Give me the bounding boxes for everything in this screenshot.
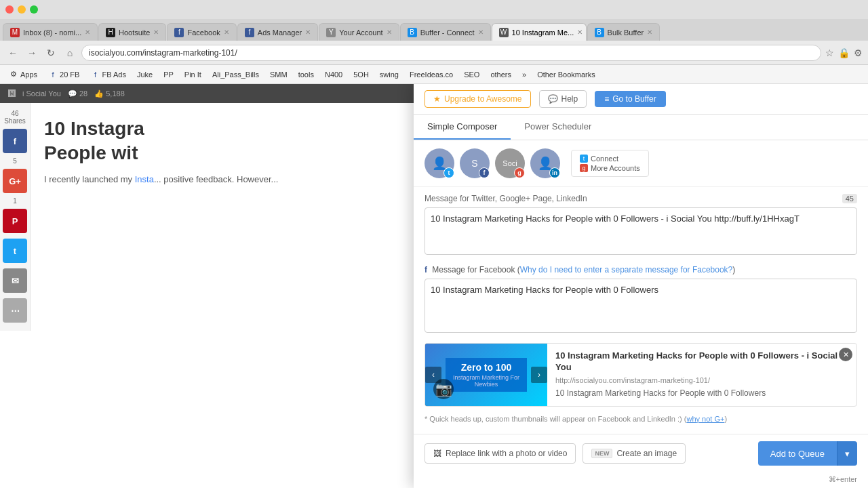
more-accounts-label: More Accounts <box>591 164 640 172</box>
tab-facebook[interactable]: f Facebook ✕ <box>167 23 236 41</box>
fb-why-link[interactable]: Why do I need to enter a separate messag… <box>520 265 733 274</box>
fb-message-section: f Message for Facebook (Why do I need to… <box>414 261 868 339</box>
address-bar[interactable]: isocialyou.com/instagram-marketing-101/ <box>81 45 821 61</box>
queue-dropdown-button[interactable]: ▾ <box>837 441 857 466</box>
upgrade-button[interactable]: ★ Upgrade to Awesome <box>425 90 531 108</box>
more-share-btn[interactable]: ⋯ <box>3 298 27 323</box>
connect-accounts-button[interactable]: t Connect g More Accounts <box>571 150 649 177</box>
bookmark-20fb[interactable]: f 20 FB <box>45 68 83 81</box>
your-account-favicon: Y <box>326 28 336 37</box>
bookmark-5oh[interactable]: 5OH <box>350 69 372 80</box>
buffer-connect-favicon: B <box>408 28 417 37</box>
tab-bulk-buffer[interactable]: B Bulk Buffer ✕ <box>587 23 660 41</box>
replace-link-button[interactable]: 🖼 Replace link with a photo or video <box>425 443 576 464</box>
tab-gmail-close[interactable]: ✕ <box>85 28 90 36</box>
extension-icon2[interactable]: ⚙ <box>854 47 863 58</box>
preview-prev-btn[interactable]: ‹ <box>425 367 441 383</box>
forward-button[interactable]: → <box>24 45 39 60</box>
bookmark-swing[interactable]: swing <box>376 69 402 80</box>
bookmark-icon[interactable]: ☆ <box>825 47 834 58</box>
bookmark-ali[interactable]: Ali_Pass_Bills <box>209 69 262 80</box>
tab-buffer-connect[interactable]: B Buffer - Connect ✕ <box>400 23 491 41</box>
bookmark-tools-label: tools <box>298 70 314 79</box>
replace-label: Replace link with a photo or video <box>446 449 567 458</box>
tab-bar: M Inbox (8) - nomi... ✕ H Hootsuite ✕ f … <box>0 19 868 41</box>
add-to-queue-group: Add to Queue ▾ <box>758 441 857 466</box>
add-queue-label: Add to Queue <box>770 449 825 459</box>
pinterest-share-btn[interactable]: P <box>3 209 27 233</box>
tab-hootsuite[interactable]: H Hootsuite ✕ <box>98 23 166 41</box>
tab-instagram-close[interactable]: ✕ <box>577 28 583 36</box>
bookmark-tools[interactable]: tools <box>295 69 317 80</box>
bookmark-smm[interactable]: SMM <box>267 69 291 80</box>
bookmark-smm-label: SMM <box>270 70 288 79</box>
new-badge: NEW <box>591 449 612 458</box>
gplus-share-btn[interactable]: G+ <box>3 169 27 193</box>
go-to-buffer-button[interactable]: ≡ Go to Buffer <box>595 91 666 107</box>
why-not-gplus-link[interactable]: why not G+ <box>686 415 724 423</box>
message-label-text: Message for Twitter, Google+ Page, Linke… <box>425 194 587 203</box>
email-share-btn[interactable]: ✉ <box>3 268 27 293</box>
facebook-share-btn[interactable]: f <box>3 129 27 153</box>
tab-gmail[interactable]: M Inbox (8) - nomi... ✕ <box>3 23 98 41</box>
tab-your-account-close[interactable]: ✕ <box>387 28 392 36</box>
fb-message-textarea[interactable]: 10 Instagram Marketing Hacks for People … <box>425 279 857 333</box>
tab-hootsuite-close[interactable]: ✕ <box>153 28 159 36</box>
fb-avatar-img: S <box>471 158 477 169</box>
preview-image-container: Zero to 100 Instagram Marketing For Newb… <box>425 344 547 406</box>
buffer-top-bar: ★ Upgrade to Awesome 💬 Help ≡ Go to Buff… <box>414 84 868 115</box>
maximize-window-btn[interactable] <box>30 5 38 14</box>
tab-buffer-connect-close[interactable]: ✕ <box>478 28 484 36</box>
tab-your-account[interactable]: Y Your Account ✕ <box>319 23 399 41</box>
twitter-share-btn[interactable]: t <box>3 239 27 263</box>
account-social2[interactable]: Soci g <box>495 148 525 178</box>
bookmark-n400[interactable]: N400 <box>321 69 346 80</box>
message-textarea[interactable]: 10 Instagram Marketing Hacks for People … <box>425 207 857 255</box>
tab-facebook-close[interactable]: ✕ <box>224 28 229 36</box>
wp-logo: 🆆 <box>8 89 16 98</box>
keyboard-hint-area: ⌘+enter <box>414 472 868 488</box>
bookmark-more[interactable]: » <box>519 69 530 80</box>
chevron-down-icon: ▾ <box>845 449 850 459</box>
account-fb-page[interactable]: S f <box>460 148 490 178</box>
bookmark-juke[interactable]: Juke <box>134 69 156 80</box>
bookmark-other-bookmarks[interactable]: Other Bookmarks <box>534 69 599 80</box>
help-button[interactable]: 💬 Help <box>539 90 587 108</box>
gmail-favicon: M <box>10 28 20 37</box>
tab-instagram[interactable]: W 10 Instagram Me... ✕ <box>492 23 587 41</box>
bookmark-seo[interactable]: SEO <box>460 69 483 80</box>
bookmark-swing-label: swing <box>380 70 399 79</box>
tab-simple-composer[interactable]: Simple Composer <box>414 115 511 140</box>
bookmark-ali-label: Ali_Pass_Bills <box>212 70 259 79</box>
add-to-queue-button[interactable]: Add to Queue <box>758 441 837 466</box>
create-image-button[interactable]: NEW Create an image <box>583 443 686 464</box>
home-button[interactable]: ⌂ <box>62 45 77 60</box>
ads-manager-favicon: f <box>245 28 254 37</box>
content-area: 🆆 i Social You 💬 28 👍 5,188 46 Shares f … <box>0 84 868 488</box>
minimize-window-btn[interactable] <box>18 5 26 14</box>
preview-next-btn[interactable]: › <box>531 367 547 383</box>
account-linkedin[interactable]: 👤 in <box>530 148 560 178</box>
preview-close-btn[interactable]: ✕ <box>839 348 852 361</box>
tab-bulk-buffer-close[interactable]: ✕ <box>647 28 652 36</box>
account-twitter[interactable]: 👤 t <box>425 148 454 178</box>
refresh-button[interactable]: ↻ <box>43 45 58 60</box>
bookmark-others[interactable]: others <box>487 69 515 80</box>
composer-tabs: Simple Composer Power Scheduler <box>414 115 868 140</box>
back-button[interactable]: ← <box>5 45 20 60</box>
tab-buffer-connect-label: Buffer - Connect <box>420 28 475 37</box>
bookmark-pp[interactable]: PP <box>160 69 177 80</box>
bookmark-freeideas[interactable]: FreeIdeas.co <box>406 69 456 80</box>
tab-power-scheduler[interactable]: Power Scheduler <box>511 115 605 140</box>
close-window-btn[interactable] <box>5 5 14 14</box>
connect-row-more: g More Accounts <box>580 164 640 172</box>
extension-icon1[interactable]: 🔒 <box>838 47 850 58</box>
preview-url: http://isocialyou.com/instagram-marketin… <box>555 376 848 384</box>
insta-link[interactable]: Insta <box>135 174 154 184</box>
fb-label-text: Message for Facebook <box>432 265 515 274</box>
bookmark-fbads[interactable]: f FB Ads <box>87 68 129 81</box>
tab-ads-manager[interactable]: f Ads Manager ✕ <box>237 23 318 41</box>
bookmark-pinit[interactable]: Pin It <box>181 69 205 80</box>
bookmark-apps[interactable]: ⚙ Apps <box>5 68 41 81</box>
tab-ads-manager-close[interactable]: ✕ <box>305 28 311 36</box>
